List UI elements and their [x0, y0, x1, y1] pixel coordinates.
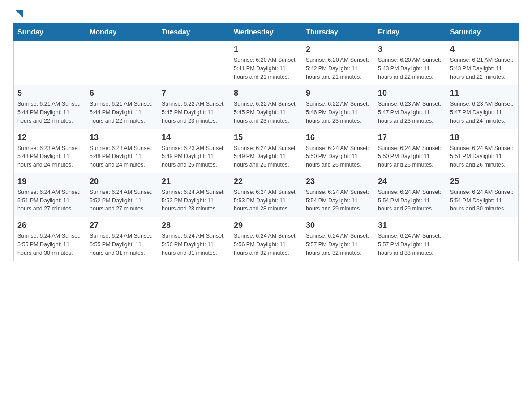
calendar-cell: 29Sunrise: 6:24 AM Sunset: 5:56 PM Dayli… — [230, 217, 302, 261]
day-info: Sunrise: 6:24 AM Sunset: 5:55 PM Dayligh… — [17, 232, 82, 257]
day-info: Sunrise: 6:24 AM Sunset: 5:52 PM Dayligh… — [162, 188, 226, 213]
day-info: Sunrise: 6:24 AM Sunset: 5:52 PM Dayligh… — [90, 188, 154, 213]
day-number: 26 — [17, 221, 82, 230]
day-info: Sunrise: 6:20 AM Sunset: 5:43 PM Dayligh… — [378, 56, 442, 81]
day-number: 19 — [17, 177, 82, 186]
day-number: 2 — [306, 45, 370, 54]
calendar-body: 1Sunrise: 6:20 AM Sunset: 5:41 PM Daylig… — [14, 41, 519, 261]
day-info: Sunrise: 6:24 AM Sunset: 5:51 PM Dayligh… — [17, 188, 82, 213]
week-row-2: 5Sunrise: 6:21 AM Sunset: 5:44 PM Daylig… — [14, 85, 519, 129]
calendar-cell — [14, 41, 86, 85]
column-header-thursday: Thursday — [302, 24, 374, 41]
day-info: Sunrise: 6:23 AM Sunset: 5:47 PM Dayligh… — [378, 100, 442, 125]
day-info: Sunrise: 6:24 AM Sunset: 5:56 PM Dayligh… — [162, 232, 226, 257]
day-info: Sunrise: 6:24 AM Sunset: 5:57 PM Dayligh… — [378, 232, 442, 257]
calendar-cell: 31Sunrise: 6:24 AM Sunset: 5:57 PM Dayli… — [374, 217, 446, 261]
day-info: Sunrise: 6:24 AM Sunset: 5:55 PM Dayligh… — [90, 232, 154, 257]
day-number: 16 — [306, 133, 370, 142]
day-number: 30 — [306, 221, 370, 230]
week-row-5: 26Sunrise: 6:24 AM Sunset: 5:55 PM Dayli… — [14, 217, 519, 261]
day-info: Sunrise: 6:21 AM Sunset: 5:43 PM Dayligh… — [450, 56, 515, 81]
calendar-cell: 26Sunrise: 6:24 AM Sunset: 5:55 PM Dayli… — [14, 217, 86, 261]
day-number: 31 — [378, 221, 442, 230]
calendar-cell: 16Sunrise: 6:24 AM Sunset: 5:50 PM Dayli… — [302, 129, 374, 173]
day-number: 15 — [234, 133, 298, 142]
day-info: Sunrise: 6:24 AM Sunset: 5:51 PM Dayligh… — [450, 144, 515, 169]
column-header-sunday: Sunday — [14, 24, 86, 41]
column-header-saturday: Saturday — [446, 24, 519, 41]
calendar-cell: 30Sunrise: 6:24 AM Sunset: 5:57 PM Dayli… — [302, 217, 374, 261]
logo — [13, 9, 24, 19]
day-number: 13 — [90, 133, 154, 142]
page-header — [13, 9, 519, 19]
day-number: 23 — [306, 177, 370, 186]
day-info: Sunrise: 6:24 AM Sunset: 5:50 PM Dayligh… — [378, 144, 442, 169]
calendar-cell: 19Sunrise: 6:24 AM Sunset: 5:51 PM Dayli… — [14, 173, 86, 217]
day-info: Sunrise: 6:23 AM Sunset: 5:48 PM Dayligh… — [90, 144, 154, 169]
day-info: Sunrise: 6:24 AM Sunset: 5:57 PM Dayligh… — [306, 232, 370, 257]
day-number: 20 — [90, 177, 154, 186]
calendar-cell: 10Sunrise: 6:23 AM Sunset: 5:47 PM Dayli… — [374, 85, 446, 129]
calendar-cell: 15Sunrise: 6:24 AM Sunset: 5:49 PM Dayli… — [230, 129, 302, 173]
calendar-cell — [158, 41, 230, 85]
calendar-cell: 22Sunrise: 6:24 AM Sunset: 5:53 PM Dayli… — [230, 173, 302, 217]
calendar-cell: 2Sunrise: 6:20 AM Sunset: 5:42 PM Daylig… — [302, 41, 374, 85]
day-info: Sunrise: 6:20 AM Sunset: 5:42 PM Dayligh… — [306, 56, 370, 81]
calendar-cell: 23Sunrise: 6:24 AM Sunset: 5:54 PM Dayli… — [302, 173, 374, 217]
day-info: Sunrise: 6:24 AM Sunset: 5:54 PM Dayligh… — [378, 188, 442, 213]
day-info: Sunrise: 6:24 AM Sunset: 5:50 PM Dayligh… — [306, 144, 370, 169]
calendar-cell: 5Sunrise: 6:21 AM Sunset: 5:44 PM Daylig… — [14, 85, 86, 129]
column-header-tuesday: Tuesday — [158, 24, 230, 41]
calendar-cell: 8Sunrise: 6:22 AM Sunset: 5:45 PM Daylig… — [230, 85, 302, 129]
day-info: Sunrise: 6:21 AM Sunset: 5:44 PM Dayligh… — [17, 100, 82, 125]
day-number: 24 — [378, 177, 442, 186]
calendar-cell: 9Sunrise: 6:22 AM Sunset: 5:46 PM Daylig… — [302, 85, 374, 129]
calendar-cell: 12Sunrise: 6:23 AM Sunset: 5:48 PM Dayli… — [14, 129, 86, 173]
calendar-cell: 27Sunrise: 6:24 AM Sunset: 5:55 PM Dayli… — [86, 217, 158, 261]
day-number: 3 — [378, 45, 442, 54]
day-info: Sunrise: 6:20 AM Sunset: 5:41 PM Dayligh… — [234, 56, 298, 81]
day-info: Sunrise: 6:23 AM Sunset: 5:49 PM Dayligh… — [162, 144, 226, 169]
day-info: Sunrise: 6:23 AM Sunset: 5:48 PM Dayligh… — [17, 144, 82, 169]
week-row-4: 19Sunrise: 6:24 AM Sunset: 5:51 PM Dayli… — [14, 173, 519, 217]
day-number: 7 — [162, 89, 226, 98]
calendar-cell — [446, 217, 519, 261]
calendar-cell: 7Sunrise: 6:22 AM Sunset: 5:45 PM Daylig… — [158, 85, 230, 129]
calendar-cell: 13Sunrise: 6:23 AM Sunset: 5:48 PM Dayli… — [86, 129, 158, 173]
calendar-cell — [86, 41, 158, 85]
calendar-cell: 21Sunrise: 6:24 AM Sunset: 5:52 PM Dayli… — [158, 173, 230, 217]
calendar-cell: 6Sunrise: 6:21 AM Sunset: 5:44 PM Daylig… — [86, 85, 158, 129]
day-info: Sunrise: 6:24 AM Sunset: 5:56 PM Dayligh… — [234, 232, 298, 257]
svg-marker-0 — [15, 10, 23, 18]
day-info: Sunrise: 6:22 AM Sunset: 5:45 PM Dayligh… — [234, 100, 298, 125]
day-number: 28 — [162, 221, 226, 230]
logo-icon — [13, 9, 24, 19]
day-number: 18 — [450, 133, 515, 142]
column-header-friday: Friday — [374, 24, 446, 41]
calendar-cell: 28Sunrise: 6:24 AM Sunset: 5:56 PM Dayli… — [158, 217, 230, 261]
day-info: Sunrise: 6:24 AM Sunset: 5:49 PM Dayligh… — [234, 144, 298, 169]
calendar-cell: 17Sunrise: 6:24 AM Sunset: 5:50 PM Dayli… — [374, 129, 446, 173]
week-row-1: 1Sunrise: 6:20 AM Sunset: 5:41 PM Daylig… — [14, 41, 519, 85]
calendar-cell: 11Sunrise: 6:23 AM Sunset: 5:47 PM Dayli… — [446, 85, 519, 129]
day-number: 22 — [234, 177, 298, 186]
calendar-cell: 24Sunrise: 6:24 AM Sunset: 5:54 PM Dayli… — [374, 173, 446, 217]
day-info: Sunrise: 6:22 AM Sunset: 5:46 PM Dayligh… — [306, 100, 370, 125]
column-header-monday: Monday — [86, 24, 158, 41]
day-number: 9 — [306, 89, 370, 98]
day-number: 1 — [234, 45, 298, 54]
header-row: SundayMondayTuesdayWednesdayThursdayFrid… — [14, 24, 519, 41]
day-number: 12 — [17, 133, 82, 142]
day-number: 6 — [90, 89, 154, 98]
calendar-cell: 20Sunrise: 6:24 AM Sunset: 5:52 PM Dayli… — [86, 173, 158, 217]
day-info: Sunrise: 6:22 AM Sunset: 5:45 PM Dayligh… — [162, 100, 226, 125]
day-number: 29 — [234, 221, 298, 230]
day-number: 10 — [378, 89, 442, 98]
week-row-3: 12Sunrise: 6:23 AM Sunset: 5:48 PM Dayli… — [14, 129, 519, 173]
day-number: 5 — [17, 89, 82, 98]
day-number: 11 — [450, 89, 515, 98]
day-info: Sunrise: 6:24 AM Sunset: 5:54 PM Dayligh… — [450, 188, 515, 213]
calendar-header: SundayMondayTuesdayWednesdayThursdayFrid… — [14, 24, 519, 41]
calendar-table: SundayMondayTuesdayWednesdayThursdayFrid… — [13, 23, 519, 261]
day-info: Sunrise: 6:21 AM Sunset: 5:44 PM Dayligh… — [90, 100, 154, 125]
